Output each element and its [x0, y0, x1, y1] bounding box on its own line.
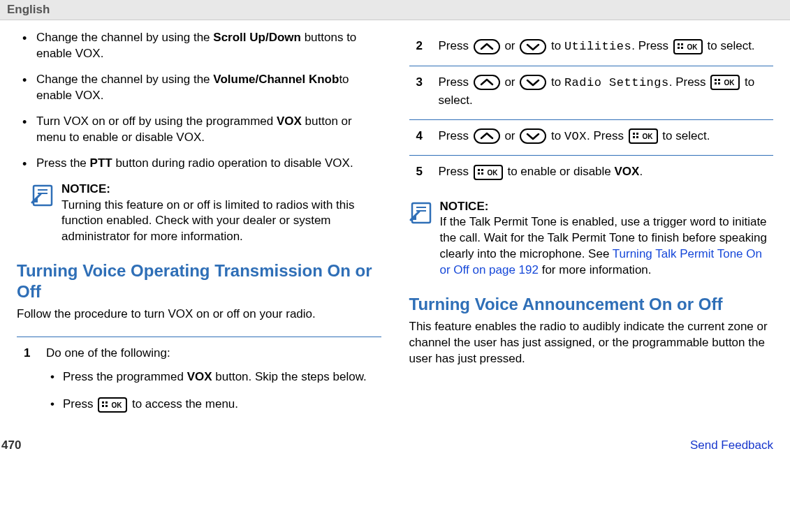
notice-icon	[31, 182, 54, 208]
steps-right: 2 Press or to Utilities. Press to select…	[409, 30, 774, 191]
bullet-ptt: Press the PTT button during radio operat…	[17, 156, 381, 172]
notice-right: NOTICE: If the Talk Permit Tone is enabl…	[409, 199, 774, 279]
ok-button-icon	[673, 39, 703, 54]
sub-vox-button: Press the programmed VOX button. Skip th…	[46, 368, 381, 386]
send-feedback-link[interactable]: Send Feedback	[690, 438, 773, 452]
ok-button-icon	[98, 397, 127, 413]
down-button-icon	[520, 75, 546, 90]
step-1-sub: Press the programmed VOX button. Skip th…	[46, 368, 381, 413]
up-button-icon	[474, 128, 500, 144]
left-column: Change the channel by using the Scroll U…	[17, 30, 381, 433]
footer: 470 Send Feedback	[0, 433, 790, 458]
step-1-container: 1 Do one of the following: Press the pro…	[17, 337, 381, 433]
bullet-volume-knob: Change the channel by using the Volume/C…	[17, 72, 381, 104]
vox-bullets: Change the channel by using the Scroll U…	[17, 30, 381, 172]
ok-button-icon	[710, 75, 740, 90]
section-intro-voice-announcement: This feature enables the radio to audibl…	[409, 319, 774, 367]
up-button-icon	[474, 39, 500, 54]
up-button-icon	[474, 75, 500, 90]
ok-button-icon	[629, 128, 658, 144]
ok-button-icon	[474, 165, 503, 180]
bullet-vox-button: Turn VOX on or off by using the programm…	[17, 114, 381, 146]
menu-utilities: Utilities	[564, 40, 631, 53]
notice-icon	[409, 199, 433, 226]
step-1: 1 Do one of the following: Press the pro…	[17, 337, 381, 433]
step-2: 2 Press or to Utilities. Press to select…	[409, 30, 774, 66]
notice-left: NOTICE: Turning this feature on or off i…	[31, 182, 381, 246]
right-column: 2 Press or to Utilities. Press to select…	[409, 30, 774, 433]
header-language: English	[0, 0, 790, 20]
down-button-icon	[520, 39, 546, 54]
step-3: 3 Press or to Radio Settings. Press to s…	[409, 66, 774, 120]
notice-text: If the Talk Permit Tone is enabled, use …	[440, 214, 774, 279]
menu-radio-settings: Radio Settings	[564, 76, 669, 89]
page-content: Change the channel by using the Scroll U…	[0, 20, 790, 433]
step-1-text: Do one of the following:	[46, 344, 381, 362]
section-intro-vox: Follow the procedure to turn VOX on or o…	[17, 306, 381, 323]
menu-vox: VOX	[564, 130, 587, 143]
notice-title: NOTICE:	[61, 182, 381, 198]
sub-menu: Press to access the menu.	[46, 395, 381, 413]
down-button-icon	[520, 128, 546, 144]
section-title-vox: Turning Voice Operating Transmission On …	[17, 260, 381, 302]
step-4: 4 Press or to VOX. Press to select.	[409, 120, 774, 156]
notice-title: NOTICE:	[440, 199, 774, 215]
section-title-voice-announcement: Turning Voice Announcement On or Off	[409, 294, 774, 315]
step-5: 5 Press to enable or disable VOX.	[409, 156, 774, 191]
page-number: 470	[1, 438, 21, 452]
notice-text: Turning this feature on or off is limite…	[61, 198, 381, 246]
bullet-scroll: Change the channel by using the Scroll U…	[17, 30, 381, 62]
